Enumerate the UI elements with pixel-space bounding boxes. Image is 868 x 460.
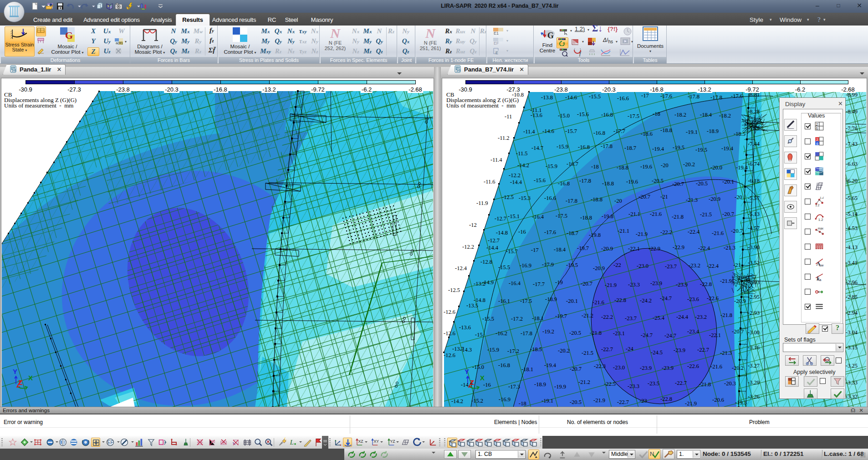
svg-text:-14.6: -14.6 (542, 128, 554, 134)
svg-text:-3.26: -3.26 (748, 394, 760, 400)
svg-text:-14.8: -14.8 (496, 230, 508, 236)
svg-text:-20.5: -20.5 (652, 178, 664, 184)
svg-text:-15.0: -15.0 (472, 364, 484, 370)
svg-text:-22: -22 (613, 262, 621, 268)
svg-text:-17.8: -17.8 (688, 93, 700, 100)
svg-text:N: N (650, 450, 654, 457)
svg-text:-20.9: -20.9 (709, 196, 720, 202)
svg-text:1.2: 1.2 (815, 204, 819, 207)
svg-text:-5.57: -5.57 (748, 195, 760, 201)
svg-text:-19.1: -19.1 (541, 398, 553, 404)
svg-text:-16.9: -16.9 (499, 396, 511, 403)
svg-text:6: 6 (816, 126, 818, 131)
svg-text:X: X (480, 374, 485, 382)
svg-text:-19.8: -19.8 (589, 232, 601, 238)
svg-text:-24: -24 (626, 346, 633, 352)
svg-text:-18.8: -18.8 (591, 196, 602, 203)
svg-text:-17.6: -17.6 (544, 229, 556, 235)
svg-text:-13.6: -13.6 (459, 324, 471, 331)
svg-text:-20.5: -20.5 (569, 330, 581, 336)
svg-text:-13.7: -13.7 (452, 346, 464, 352)
svg-text:E1: E1 (494, 31, 499, 36)
svg-text:-20.9: -20.9 (601, 245, 613, 252)
svg-text:-15.7: -15.7 (565, 128, 577, 134)
svg-text:-12.6: -12.6 (444, 330, 455, 337)
svg-text:-15.5: -15.5 (589, 93, 601, 100)
svg-text:-23.9: -23.9 (640, 365, 652, 371)
svg-text:-12.2: -12.2 (462, 244, 474, 250)
svg-text:-21.6: -21.6 (592, 299, 604, 306)
svg-text:-16.8: -16.8 (558, 180, 570, 187)
svg-text:-16.2: -16.2 (495, 330, 507, 337)
svg-text:a: a (819, 278, 822, 282)
svg-text:-17: -17 (531, 247, 539, 253)
svg-text:-20.2: -20.2 (558, 348, 570, 354)
svg-text:-11.9: -11.9 (476, 200, 488, 206)
svg-text:-20.7: -20.7 (570, 366, 582, 372)
svg-text:-22.7: -22.7 (601, 346, 613, 353)
svg-text:-23.2: -23.2 (689, 262, 700, 269)
svg-text:-20.5: -20.5 (570, 399, 582, 405)
svg-text:-20.7: -20.7 (581, 281, 592, 287)
svg-text:-18.1: -18.1 (532, 315, 544, 322)
svg-text:Z: Z (18, 378, 22, 386)
svg-text:-15: -15 (475, 332, 483, 338)
svg-text:-3.33: -3.33 (846, 379, 858, 386)
svg-text:-17.5: -17.5 (556, 213, 567, 219)
svg-text:-20.1: -20.1 (566, 298, 578, 304)
svg-text:-22.2: -22.2 (660, 229, 672, 235)
svg-text:-21.6: -21.6 (650, 211, 662, 217)
svg-text:-16.8: -16.8 (601, 112, 613, 118)
svg-text:-22.1: -22.1 (628, 245, 640, 252)
svg-text:-15.5: -15.5 (498, 264, 510, 271)
svg-text:-19.4: -19.4 (721, 145, 734, 152)
svg-text:-23.3: -23.3 (628, 281, 640, 288)
svg-text:-25.4: -25.4 (653, 315, 665, 321)
svg-text:-12.5: -12.5 (502, 194, 514, 200)
svg-text:-19.5: -19.5 (566, 262, 578, 268)
svg-text:-12.2: -12.2 (509, 172, 521, 179)
svg-text:-12.8: -12.8 (480, 259, 492, 265)
svg-text:-2.85: -2.85 (846, 294, 858, 300)
svg-text:-19.7: -19.7 (555, 313, 567, 319)
svg-text:-24.7: -24.7 (641, 332, 653, 338)
svg-text:-5.14: -5.14 (846, 211, 858, 217)
svg-text:-17.8: -17.8 (521, 330, 532, 337)
svg-text:-12.6: -12.6 (444, 309, 455, 315)
svg-text:-21.9: -21.9 (720, 278, 732, 284)
svg-text:-16: -16 (518, 229, 526, 235)
svg-text:-15.2: -15.2 (471, 398, 483, 404)
svg-text:-23.3: -23.3 (628, 383, 639, 389)
svg-text:-23.1: -23.1 (613, 330, 625, 337)
svg-text:-16.1: -16.1 (498, 298, 510, 304)
svg-text:-3.04: -3.04 (846, 329, 858, 336)
svg-text:-16: -16 (483, 382, 491, 388)
svg-text:-18.8: -18.8 (580, 215, 592, 221)
svg-text:G: G (547, 31, 554, 40)
svg-text:-22.4: -22.4 (688, 229, 700, 235)
svg-text:-11.4: -11.4 (523, 128, 535, 135)
svg-text:-24.7: -24.7 (664, 332, 676, 339)
svg-text:2: 2 (816, 138, 818, 142)
svg-text:-17.8: -17.8 (601, 143, 613, 149)
svg-text:1.2: 1.2 (818, 218, 823, 222)
svg-text:-8.28: -8.28 (748, 108, 760, 115)
svg-text:-22.8: -22.8 (614, 297, 626, 303)
svg-text:-7.75: -7.75 (748, 125, 760, 132)
svg-text:-14.7: -14.7 (461, 382, 473, 388)
svg-text:-23.5: -23.5 (648, 380, 659, 387)
svg-text:-11.5: -11.5 (516, 150, 528, 157)
svg-text:-17.9: -17.9 (542, 261, 554, 268)
svg-text:-17.5: -17.5 (628, 113, 639, 119)
svg-text:-2.96: -2.96 (846, 279, 858, 286)
svg-text:-3.16: -3.16 (748, 344, 760, 351)
svg-text:G: G (65, 30, 73, 41)
svg-text:-16.8: -16.8 (593, 130, 605, 136)
svg-text:-3.41: -3.41 (846, 260, 858, 266)
svg-text:-18: -18 (591, 164, 599, 170)
svg-text:-12.7: -12.7 (488, 237, 500, 244)
svg-text:-21.9: -21.9 (685, 400, 697, 407)
svg-text:-20.9: -20.9 (593, 265, 605, 271)
svg-text:-18.8: -18.8 (602, 180, 614, 187)
svg-text:-14.4: -14.4 (510, 179, 522, 185)
